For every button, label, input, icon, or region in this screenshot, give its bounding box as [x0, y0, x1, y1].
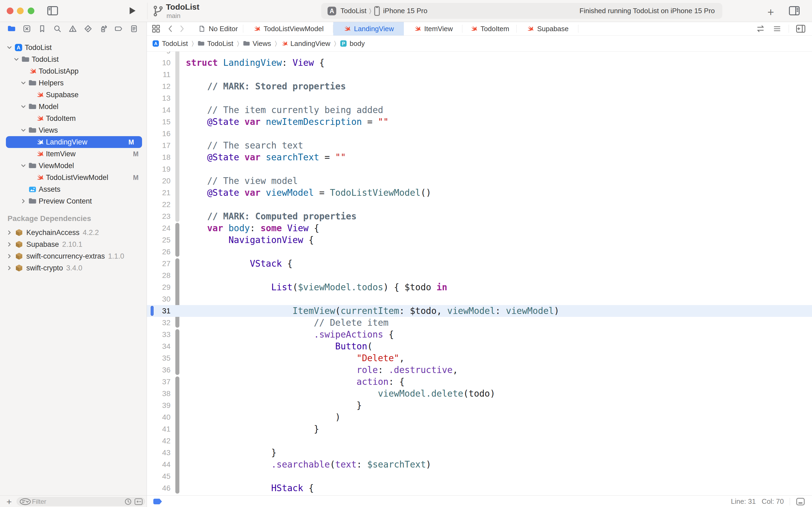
line-number[interactable]: 16	[147, 128, 172, 139]
line-number[interactable]: 21	[147, 187, 172, 199]
code-line-42[interactable]	[186, 435, 812, 447]
filter-input[interactable]	[32, 498, 124, 506]
code-line-41[interactable]: }	[186, 423, 812, 435]
breakpoint-indicator[interactable]	[153, 499, 162, 504]
chevron-right-icon[interactable]	[6, 253, 12, 259]
forward-icon[interactable]	[179, 25, 185, 33]
code-editor[interactable]: 9101112131415161718192021222324252627282…	[147, 52, 812, 496]
code-line-11[interactable]	[186, 69, 812, 80]
code-line-27[interactable]: VStack {	[186, 258, 812, 270]
sidebar-item-preview-content[interactable]: Preview Content	[0, 195, 147, 207]
code-line-30[interactable]	[186, 293, 812, 305]
line-number[interactable]: 17	[147, 139, 172, 152]
code-line-37[interactable]: action: {	[186, 376, 812, 388]
package-item-keychainaccess[interactable]: KeychainAccess4.2.2	[0, 227, 147, 238]
report-icon[interactable]	[126, 25, 141, 33]
code-line-16[interactable]	[186, 128, 812, 139]
code-line-31[interactable]: ItemView(currentItem: $todo, viewModel: …	[186, 305, 812, 317]
filter-oval-icon[interactable]	[19, 498, 32, 505]
code-line-38[interactable]: viewModel.delete(todo)	[186, 388, 812, 400]
sidebar-item-helpers[interactable]: Helpers	[0, 77, 147, 89]
chevron-right-icon[interactable]	[6, 230, 12, 235]
line-number-gutter[interactable]: 9101112131415161718192021222324252627282…	[147, 52, 172, 494]
find-icon[interactable]	[50, 25, 65, 33]
code-line-24[interactable]: var body: some View {	[186, 222, 812, 234]
debug-icon[interactable]	[96, 25, 111, 33]
sidebar-item-assets[interactable]: Assets	[0, 183, 147, 195]
sidebar-item-todolist[interactable]: ATodoList	[0, 42, 147, 53]
code-line-20[interactable]: // The view model	[186, 175, 812, 187]
code-line-14[interactable]: // The item currently being added	[186, 104, 812, 116]
breadcrumb-item-body[interactable]: Pbody	[340, 40, 365, 48]
scheme-target[interactable]: TodoList	[341, 7, 366, 15]
line-number[interactable]: 13	[147, 92, 172, 104]
chevron-down-icon[interactable]	[13, 56, 20, 62]
history-icon[interactable]	[124, 498, 132, 505]
chevron-right-icon[interactable]	[6, 265, 12, 271]
chevron-down-icon[interactable]	[20, 104, 27, 110]
line-number[interactable]: 37	[147, 376, 172, 388]
code-line-9[interactable]	[186, 52, 812, 57]
line-number[interactable]: 23	[147, 211, 172, 222]
close-window-button[interactable]	[7, 7, 13, 14]
line-number[interactable]: 34	[147, 340, 172, 352]
back-icon[interactable]	[167, 25, 173, 33]
line-number[interactable]: 46	[147, 482, 172, 494]
chevron-right-icon[interactable]	[20, 198, 27, 204]
sidebar-panel-icon[interactable]	[47, 6, 58, 15]
sidebar-item-viewmodel[interactable]: ViewModel	[0, 160, 147, 172]
code-review-icon[interactable]	[756, 24, 765, 33]
plus-icon[interactable]: +	[767, 6, 774, 19]
code-line-10[interactable]: struct LandingView: View {	[186, 57, 812, 69]
sidebar-item-itemview[interactable]: ItemViewM	[0, 148, 147, 160]
line-number[interactable]: 15	[147, 116, 172, 128]
tab-supabase[interactable]: Supabase	[517, 22, 578, 36]
code-line-36[interactable]: role: .destructive,	[186, 364, 812, 376]
breadcrumb-item-landingview[interactable]: LandingView	[281, 40, 330, 48]
code-line-25[interactable]: NavigationView {	[186, 234, 812, 246]
code-line-39[interactable]: }	[186, 400, 812, 411]
line-number[interactable]: 18	[147, 152, 172, 163]
add-item-button[interactable]: +	[4, 497, 14, 506]
breakpoint-icon[interactable]	[111, 25, 126, 33]
tab-todolistviewmodel[interactable]: TodoListViewModel	[243, 22, 333, 36]
code-line-40[interactable]: )	[186, 411, 812, 423]
plusminus-icon[interactable]	[134, 498, 142, 505]
sidebar-item-views[interactable]: Views	[0, 124, 147, 136]
add-editor-icon[interactable]	[796, 24, 806, 33]
bookmark-icon[interactable]	[35, 25, 50, 33]
code-line-18[interactable]: @State var searchText = ""	[186, 152, 812, 163]
breadcrumb-item-todolist[interactable]: TodoList	[197, 40, 233, 48]
code-line-23[interactable]: // MARK: Computed properties	[186, 211, 812, 222]
line-number[interactable]: 20	[147, 175, 172, 187]
chevron-down-icon[interactable]	[6, 45, 13, 51]
breadcrumb-item-todolist[interactable]: ATodoList	[152, 40, 188, 48]
package-item-swift-crypto[interactable]: swift-crypto3.4.0	[0, 262, 147, 274]
line-number[interactable]: 32	[147, 317, 172, 329]
filter-field[interactable]	[17, 497, 145, 506]
code-line-26[interactable]	[186, 246, 812, 258]
line-number[interactable]: 14	[147, 104, 172, 116]
sidebar-item-todolist[interactable]: TodoList	[0, 53, 147, 65]
package-item-swift-concurrency-extras[interactable]: swift-concurrency-extras1.1.0	[0, 250, 147, 262]
breadcrumb-item-views[interactable]: Views	[243, 40, 271, 48]
line-number[interactable]: 27	[147, 258, 172, 270]
line-number[interactable]: 43	[147, 447, 172, 459]
code-line-32[interactable]: // Delete item	[186, 317, 812, 329]
tab-itemview[interactable]: ItemView	[404, 22, 462, 36]
chevron-down-icon[interactable]	[20, 127, 27, 133]
chevron-right-icon[interactable]	[6, 241, 12, 247]
code-lines[interactable]: struct LandingView: View { // MARK: Stor…	[186, 52, 812, 494]
code-line-21[interactable]: @State var viewModel = TodoListViewModel…	[186, 187, 812, 199]
minimap-lines-icon[interactable]	[772, 25, 781, 33]
line-number[interactable]: 38	[147, 388, 172, 400]
issue-icon[interactable]	[65, 25, 80, 33]
code-line-28[interactable]	[186, 270, 812, 281]
tab-no-editor[interactable]: No Editor	[193, 22, 243, 36]
code-line-15[interactable]: @State var newItemDescription = ""	[186, 116, 812, 128]
line-number[interactable]: 25	[147, 234, 172, 246]
sidebar-item-todolistapp[interactable]: TodoListApp	[0, 65, 147, 77]
line-number[interactable]: 45	[147, 470, 172, 482]
code-line-34[interactable]: Button(	[186, 340, 812, 352]
line-number[interactable]: 39	[147, 400, 172, 411]
